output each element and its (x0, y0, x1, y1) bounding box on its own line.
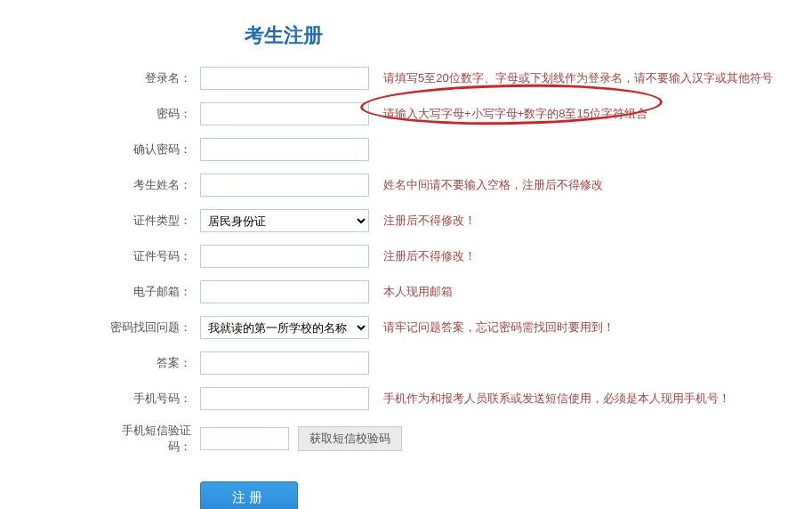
row-submit: 注册 (200, 481, 812, 509)
security-question-select[interactable]: 我就读的第一所学校的名称？ (200, 316, 369, 339)
row-id-type: 证件类型： 居民身份证 注册后不得修改！ (107, 209, 812, 232)
row-id-number: 证件号码： 注册后不得修改！ (107, 245, 812, 268)
label-email: 电子邮箱： (107, 284, 191, 300)
login-name-input[interactable] (200, 67, 369, 90)
hint-password: 请输入大写字母+小写字母+数字的8至15位字符组合 (383, 106, 647, 122)
hint-id-number: 注册后不得修改！ (383, 248, 476, 264)
hint-phone: 手机作为和报考人员联系或发送短信使用，必须是本人现用手机号！ (383, 391, 730, 407)
label-phone: 手机号码： (107, 391, 191, 407)
label-sms-code: 手机短信验证码： (107, 423, 191, 455)
label-id-number: 证件号码： (107, 248, 191, 264)
submit-button[interactable]: 注册 (200, 481, 298, 509)
row-confirm-password: 确认密码： (107, 138, 812, 161)
row-email: 电子邮箱： 本人现用邮箱 (107, 280, 812, 303)
student-name-input[interactable] (200, 174, 369, 197)
row-security-question: 密码找回问题： 我就读的第一所学校的名称？ 请牢记问题答案，忘记密码需找回时要用… (107, 316, 812, 339)
confirm-password-input[interactable] (200, 138, 369, 161)
row-login-name: 登录名： 请填写5至20位数字、字母或下划线作为登录名，请不要输入汉字或其他符号 (107, 67, 812, 90)
phone-input[interactable] (200, 387, 369, 410)
id-number-input[interactable] (200, 245, 369, 268)
row-phone: 手机号码： 手机作为和报考人员联系或发送短信使用，必须是本人现用手机号！ (107, 387, 812, 410)
hint-security-question: 请牢记问题答案，忘记密码需找回时要用到！ (383, 319, 615, 335)
page-title: 考生注册 (245, 22, 812, 49)
hint-id-type: 注册后不得修改！ (383, 213, 476, 229)
label-password: 密码： (107, 106, 191, 122)
email-input[interactable] (200, 280, 369, 303)
label-security-question: 密码找回问题： (107, 319, 191, 335)
row-sms-code: 手机短信验证码： 获取短信校验码 (107, 423, 812, 455)
label-id-type: 证件类型： (107, 213, 191, 229)
password-input[interactable] (200, 102, 369, 125)
row-student-name: 考生姓名： 姓名中间请不要输入空格，注册后不得修改 (107, 174, 812, 197)
row-answer: 答案： (107, 351, 812, 375)
label-confirm-password: 确认密码： (107, 141, 191, 158)
label-login-name: 登录名： (107, 70, 191, 86)
answer-input[interactable] (200, 351, 369, 375)
id-type-select[interactable]: 居民身份证 (200, 209, 369, 232)
label-student-name: 考生姓名： (107, 177, 191, 193)
get-sms-button[interactable]: 获取短信校验码 (298, 426, 402, 451)
label-answer: 答案： (107, 355, 191, 371)
sms-code-input[interactable] (200, 427, 289, 450)
hint-student-name: 姓名中间请不要输入空格，注册后不得修改 (383, 177, 603, 193)
hint-email: 本人现用邮箱 (383, 284, 453, 300)
row-password: 密码： 请输入大写字母+小写字母+数字的8至15位字符组合 (107, 102, 812, 125)
hint-login-name: 请填写5至20位数字、字母或下划线作为登录名，请不要输入汉字或其他符号 (383, 70, 773, 86)
